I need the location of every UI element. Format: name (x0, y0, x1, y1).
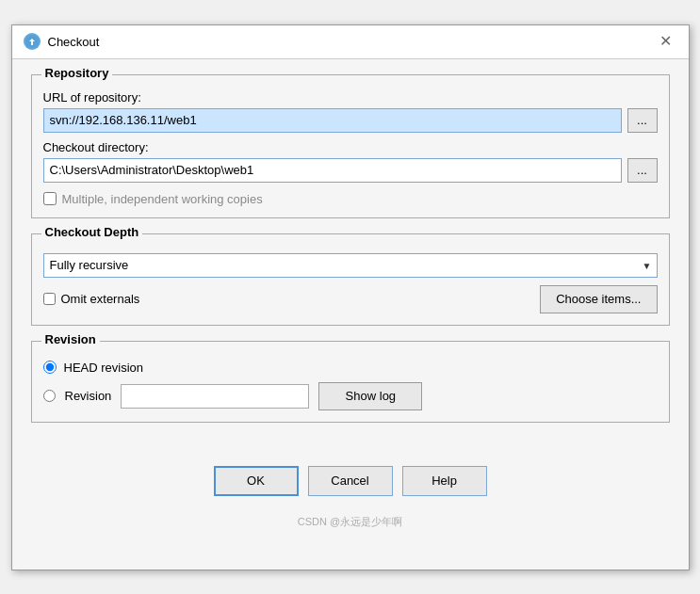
omit-row: Omit externals Choose items... (43, 285, 658, 313)
browse-dir-button[interactable]: ... (627, 158, 658, 183)
checkout-depth-legend: Checkout Depth (41, 225, 143, 239)
checkout-dir-label: Checkout directory: (43, 140, 658, 154)
revision-section: Revision HEAD revision Revision Show log (31, 341, 670, 423)
help-button[interactable]: Help (402, 466, 487, 496)
repository-section: Repository URL of repository: ... Checko… (31, 74, 670, 218)
depth-dropdown-wrapper: Fully recursive Immediate children, incl… (43, 253, 658, 278)
omit-left: Omit externals (43, 292, 140, 306)
dialog-title: Checkout (48, 35, 100, 49)
title-bar-left: Checkout (24, 33, 100, 50)
checkout-depth-content: Fully recursive Immediate children, incl… (32, 234, 669, 325)
app-icon (24, 33, 41, 50)
dialog-body: Repository URL of repository: ... Checko… (12, 59, 689, 453)
checkout-depth-section: Checkout Depth Fully recursive Immediate… (31, 233, 670, 326)
repository-content: URL of repository: ... Checkout director… (32, 75, 669, 217)
multiple-copies-row: Multiple, independent working copies (43, 192, 658, 206)
revision-input[interactable] (121, 384, 309, 409)
url-input[interactable] (43, 108, 622, 133)
watermark: CSDN @永远是少年啊 (12, 515, 689, 533)
revision-content: HEAD revision Revision Show log (32, 342, 669, 422)
title-bar: Checkout ✕ (12, 25, 689, 59)
revision-label: Revision (65, 389, 112, 403)
browse-url-button[interactable]: ... (627, 108, 658, 133)
head-revision-radio[interactable] (43, 361, 57, 374)
revision-row: Revision Show log (43, 382, 658, 410)
omit-externals-checkbox[interactable] (43, 293, 56, 305)
depth-row: Fully recursive Immediate children, incl… (43, 253, 658, 278)
checkout-dialog: Checkout ✕ Repository URL of repository:… (11, 24, 690, 570)
multiple-copies-label: Multiple, independent working copies (62, 192, 263, 206)
revision-legend: Revision (41, 332, 100, 346)
revision-radio[interactable] (43, 390, 56, 402)
checkout-dir-row: ... (43, 158, 658, 183)
depth-dropdown[interactable]: Fully recursive Immediate children, incl… (43, 253, 658, 278)
repository-legend: Repository (41, 66, 113, 80)
choose-items-button[interactable]: Choose items... (540, 285, 657, 313)
head-revision-label: HEAD revision (64, 361, 144, 375)
head-revision-row: HEAD revision (43, 361, 658, 375)
dialog-footer: OK Cancel Help (12, 453, 689, 515)
checkout-dir-input[interactable] (43, 158, 622, 183)
ok-button[interactable]: OK (214, 466, 299, 496)
multiple-copies-checkbox[interactable] (43, 192, 57, 205)
url-label: URL of repository: (43, 90, 658, 104)
show-log-button[interactable]: Show log (318, 382, 422, 410)
cancel-button[interactable]: Cancel (308, 466, 393, 496)
omit-externals-label: Omit externals (61, 292, 140, 306)
url-row: ... (43, 108, 658, 133)
close-button[interactable]: ✕ (654, 32, 677, 51)
